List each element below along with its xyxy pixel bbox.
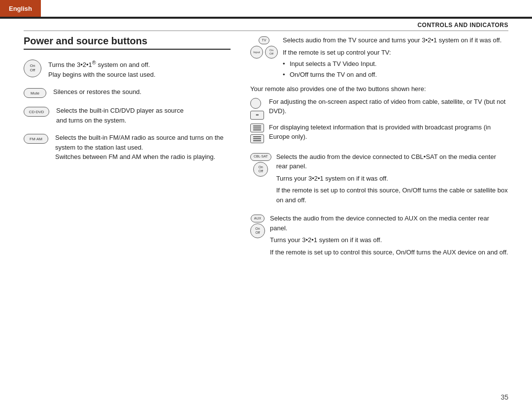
cblsat-description: Selects the audio from the device connec… [276,152,508,205]
cblsat-button-group: CBL·SAT On Off [250,153,271,177]
aspect-icons: ⬌ [250,98,264,120]
tv-bullet-list: Input selects a TV Video Input. On/Off t… [283,59,501,79]
aspect-row: ⬌ For adjusting the on-screen aspect rat… [250,97,508,120]
main-content: Power and source buttons On Off Turns th… [24,35,508,391]
teletext-icons [250,124,264,143]
on-label: On [259,165,263,169]
teletext-text: For displaying teletext information that… [269,123,508,142]
mute-description: Silences or restores the sound. [53,87,141,97]
aspect-rect-h-icon: ⬌ [250,111,264,120]
fmam-row: FM·AM Selects the built-in FM/AM radio a… [24,133,231,162]
tv-source-button[interactable]: TV [259,36,270,44]
on-label: On [255,227,260,231]
cblsat-source-button[interactable]: CBL·SAT [250,153,271,161]
tv-text-1: Selects audio from the TV source and tur… [283,35,501,45]
aux-text-3: If the remote is set up to control this … [270,248,508,257]
aux-section: AUX On Off Selects the audio from the de… [250,214,508,257]
mute-button-img: Mute [24,88,46,98]
tv-input-button[interactable]: Input [250,46,263,59]
teletext-row: For displaying teletext information that… [250,123,508,143]
cddvd-button-img: CD·DVD [24,107,49,117]
on-off-button-img: On Off [24,60,41,77]
cblsat-section: CBL·SAT On Off Selects the audio from th… [250,152,508,205]
controls-title-text: Controls and Indicators [417,22,508,29]
controls-and-indicators-title: Controls and Indicators [417,22,508,29]
aspect-text: For adjusting the on-screen aspect ratio… [269,97,508,116]
cddvd-text-1: Selects the built-in CD/DVD player as so… [56,107,184,114]
aux-text-2: Turns your 3•2•1 system on if it was off… [270,235,508,245]
cblsat-onoff-button[interactable]: On Off [253,162,268,177]
on-off-text-1: Turns the 3•2•1® system on and off. [48,61,150,68]
off-label: Off [259,169,263,173]
cblsat-text-3: If the remote is set up to control this … [276,186,508,205]
aspect-circle-icon [250,98,261,109]
teletext-lines-icon [250,124,264,132]
tv-sub-header: If the remote is set up control your TV: [283,48,501,58]
on-label: On [269,49,273,52]
aux-button-group: AUX On Off [250,215,265,238]
right-column: TV Input OnOff Selects audio from the TV… [250,35,508,391]
tv-description: Selects audio from the TV source and tur… [283,35,501,81]
teletext-lines-icon-2 [250,134,264,143]
tv-bullet-2: On/Off turns the TV on and off. [283,70,501,80]
input-label: Input [253,51,260,54]
on-off-row: On Off Turns the 3•2•1® system on and of… [24,59,231,79]
fmam-button-img: FM·AM [24,134,48,144]
tv-section: TV Input OnOff Selects audio from the TV… [250,35,508,143]
off-label: Off [255,231,260,235]
fmam-text-1: Selects the built-in FM/AM radio as sour… [55,134,224,151]
extra-text: Your remote also provides one of the two… [250,84,508,94]
header-rule [24,31,508,31]
mute-label: Mute [31,91,39,95]
fmam-description: Selects the built-in FM/AM radio as sour… [55,133,231,162]
fmam-text-2: Switches between FM and AM when the radi… [55,153,215,160]
fmam-label: FM·AM [30,137,42,141]
tv-onoff-button[interactable]: OnOff [265,46,278,59]
aux-text-1: Selects the audio from the device connec… [270,214,508,233]
mute-button[interactable]: Mute [24,88,46,98]
aux-description: Selects the audio from the device connec… [270,214,508,257]
off-label: Off [30,68,35,73]
section-title: Power and source buttons [24,35,231,50]
language-label: English [9,5,32,12]
tv-button-group: TV Input OnOff [250,36,278,59]
on-off-button[interactable]: On Off [24,60,41,77]
fmam-button[interactable]: FM·AM [24,134,48,144]
cblsat-text-2: Turns your 3•2•1 system on if it was off… [276,174,508,184]
mute-text: Silences or restores the sound. [53,88,141,95]
cblsat-text-1: Selects the audio from the device connec… [276,152,508,171]
on-off-text-2: Play begins with the source last used. [48,71,156,78]
on-off-description: Turns the 3•2•1® system on and off. Play… [48,59,156,79]
left-column: Power and source buttons On Off Turns th… [24,35,231,391]
cddvd-button[interactable]: CD·DVD [24,107,49,117]
mute-row: Mute Silences or restores the sound. [24,87,231,98]
cddvd-label: CD·DVD [29,110,44,114]
aux-onoff-button[interactable]: On Off [250,223,265,238]
aspect-arrow-icon: ⬌ [256,112,259,118]
page-number: 35 [500,393,508,401]
cddvd-description: Selects the built-in CD/DVD player as so… [56,106,184,125]
off-label: Off [269,52,273,56]
cddvd-text-2: and turns on the system. [56,117,126,124]
cddvd-row: CD·DVD Selects the built-in CD/DVD playe… [24,106,231,125]
aux-source-button[interactable]: AUX [251,215,265,222]
aspect-teletext-section: Your remote also provides one of the two… [250,84,508,143]
language-tab: English [0,0,41,17]
tv-bullet-1: Input selects a TV Video Input. [283,59,501,69]
header-bar [0,17,532,19]
